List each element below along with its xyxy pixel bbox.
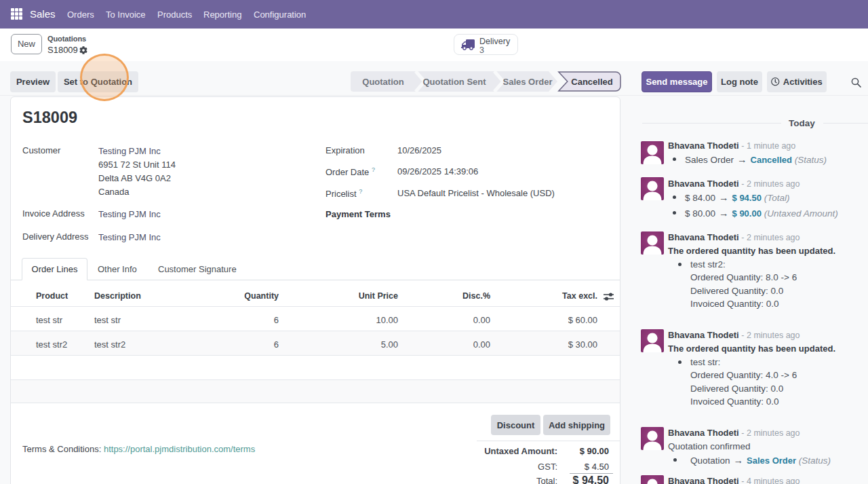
svg-text:Quotation Sent: Quotation Sent bbox=[422, 77, 486, 87]
svg-text:Quotation: Quotation bbox=[362, 77, 403, 87]
svg-text:Cancelled: Cancelled bbox=[571, 77, 612, 87]
svg-text:Sales Order: Sales Order bbox=[503, 77, 553, 87]
